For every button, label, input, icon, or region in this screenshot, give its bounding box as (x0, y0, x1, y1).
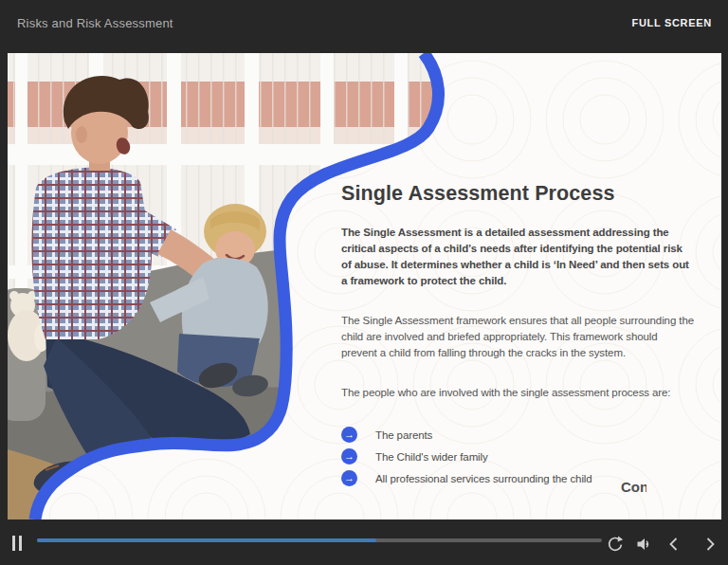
chevron-left-icon (664, 535, 683, 554)
arrow-circle-icon: → (341, 448, 357, 465)
chevron-right-icon (701, 535, 719, 554)
previous-button[interactable] (663, 533, 685, 556)
course-title: Risks and Risk Assessment (17, 16, 173, 30)
framework-paragraph: The Single Assessment framework ensures … (341, 313, 694, 361)
list-item: → The Child's wider family (341, 448, 694, 465)
slide: Single Assessment Process The Single Ass… (8, 53, 721, 519)
slide-content: Single Assessment Process The Single Ass… (341, 182, 694, 486)
bullet-list: → The parents → The Child's wider family… (341, 427, 694, 486)
arrow-circle-icon: → (341, 427, 357, 443)
pause-button[interactable] (12, 536, 24, 551)
list-item-label: The Child's wider family (375, 451, 488, 463)
replay-button[interactable] (604, 533, 627, 556)
volume-button[interactable] (632, 533, 655, 556)
pause-icon (12, 536, 15, 551)
top-bar: Risks and Risk Assessment FULL SCREEN (0, 0, 728, 46)
list-lead-paragraph: The people who are involved with the sin… (341, 385, 694, 401)
continue-button-partial[interactable]: Con (621, 479, 646, 500)
pause-icon (19, 536, 22, 551)
list-item-label: The parents (375, 429, 432, 441)
replay-icon (606, 535, 625, 554)
arrow-circle-icon: → (341, 470, 357, 486)
seekbar-progress (37, 538, 376, 542)
course-player: Risks and Risk Assessment FULL SCREEN (0, 0, 728, 565)
intro-paragraph: The Single Assessment is a detailed asse… (341, 225, 694, 289)
next-button[interactable] (699, 533, 721, 556)
slide-title: Single Assessment Process (341, 182, 694, 206)
fullscreen-button[interactable]: FULL SCREEN (626, 16, 718, 29)
volume-icon (634, 535, 653, 554)
list-item: → The parents (341, 427, 694, 443)
player-bar (0, 519, 728, 565)
list-item-label: All professional services surrounding th… (375, 473, 592, 484)
seekbar[interactable] (37, 538, 602, 542)
